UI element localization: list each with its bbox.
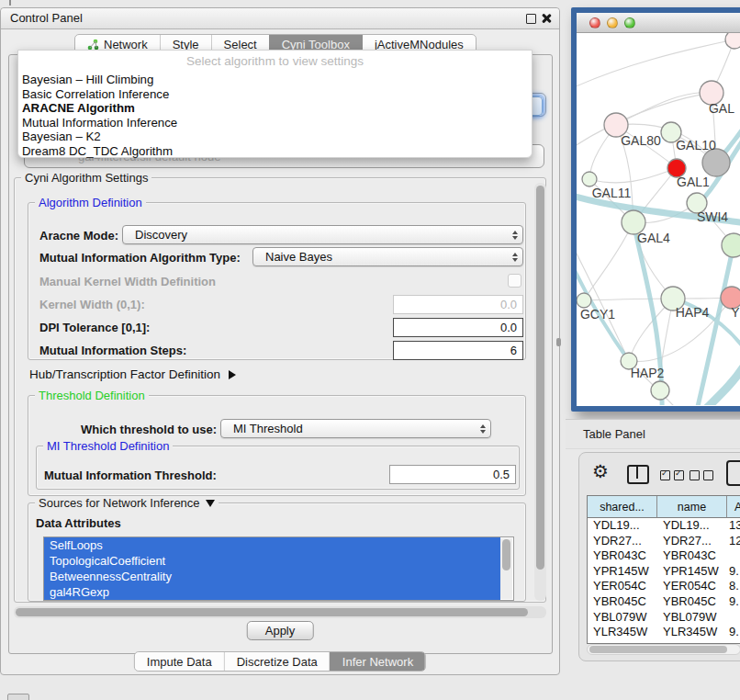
algorithm-option-bayesian-hill-climbing[interactable]: Bayesian – Hill Climbing — [20, 73, 530, 87]
node-label: GAL10 — [676, 138, 716, 152]
tab-label: Impute Data — [147, 655, 212, 669]
close-icon[interactable] — [541, 13, 552, 24]
mi-steps-label: Mutual Information Steps: — [39, 344, 186, 357]
dpi-tolerance-input[interactable]: 0.0 — [393, 318, 523, 337]
network-node[interactable] — [722, 233, 740, 257]
settings-horizontal-scrollbar[interactable] — [14, 606, 546, 618]
node-label: GCY1 — [580, 307, 615, 322]
collapse-arrow-icon[interactable] — [206, 500, 215, 507]
deselect-all-icon[interactable] — [690, 470, 713, 480]
column-browser-icon[interactable] — [627, 465, 649, 484]
mi-threshold-legend: MI Threshold Definition — [43, 439, 173, 453]
table-cell: YPR145W — [657, 564, 727, 580]
which-threshold-select[interactable]: MI Threshold — [220, 419, 491, 438]
table-horizontal-scrollbar-thumb[interactable] — [589, 646, 727, 653]
algorithm-option-dream8-dc-tdc-algorithm[interactable]: Dream8 DC_TDC Algorithm — [20, 144, 530, 159]
cyni-algorithm-settings-group: Cyni Algorithm Settings Algorithm Defini… — [14, 177, 546, 603]
network-node[interactable] — [651, 381, 669, 400]
table-cell: YBL079W — [588, 610, 657, 626]
data-attribute-item[interactable]: SelfLoops — [44, 537, 500, 553]
algorithm-option-mutual-information-inference[interactable]: Mutual Information Inference — [20, 116, 530, 130]
algorithm-option-basic-correlation-inference[interactable]: Basic Correlation Inference — [20, 87, 530, 102]
minimize-button[interactable] — [607, 17, 618, 28]
network-view-window: GALGAL80GAL10GAL1GAL11SWI4GAL4GCY1HAP4YH… — [577, 13, 740, 406]
network-node[interactable] — [725, 33, 740, 49]
table-row[interactable]: YBR045CYBR045C9. — [588, 594, 740, 610]
data-attributes-list[interactable]: SelfLoopsTopologicalCoefficientBetweenne… — [43, 536, 514, 601]
column-header-a[interactable]: A — [727, 496, 740, 518]
data-attribute-item[interactable]: gal4RGexp — [44, 584, 500, 600]
table-panel-title: Table Panel — [583, 420, 645, 449]
node-label: HAP2 — [631, 366, 665, 380]
table-options-icon[interactable] — [726, 460, 740, 486]
app-root: Control Panel NetworkStyleSelectCyni Too… — [0, 0, 740, 700]
table-row[interactable]: YPR145WYPR145W9. — [588, 564, 740, 580]
node-label: SWI4 — [697, 209, 728, 224]
node-label: HAP4 — [676, 305, 710, 320]
table-cell: 9. — [727, 564, 740, 580]
settings-vertical-scrollbar[interactable] — [534, 183, 546, 601]
hub-definition-label: Hub/Transcription Factor Definition — [29, 367, 220, 381]
sources-legend: Sources for Network Inference — [35, 496, 219, 510]
table-row[interactable]: YDR27...YDR27...12 — [588, 534, 740, 549]
aracne-mode-select[interactable]: Discovery — [122, 225, 523, 244]
settings-vertical-scrollbar-thumb[interactable] — [536, 186, 544, 570]
window-edge-artifact — [9, 0, 11, 6]
tab-impute-data[interactable]: Impute Data — [135, 652, 224, 671]
table-row[interactable]: YER054CYER054C8. — [588, 579, 740, 594]
table-row[interactable]: YLR345WYLR345W9. — [588, 625, 740, 640]
apply-button[interactable]: Apply — [247, 621, 314, 640]
list-scrollbar[interactable] — [500, 538, 512, 599]
panel-splitter-handle[interactable] — [556, 338, 561, 346]
node-table[interactable]: shared...nameA YDL19...YDL19...13YDR27..… — [587, 495, 740, 644]
table-cell: YLR345W — [657, 625, 727, 640]
data-attributes-label: Data Attributes — [36, 516, 121, 530]
network-node[interactable] — [702, 149, 730, 176]
combo-arrows-icon — [512, 226, 518, 243]
table-cell: 8. — [727, 579, 740, 594]
cyni-settings-legend: Cyni Algorithm Settings — [21, 171, 151, 185]
expand-arrow-icon[interactable] — [229, 370, 236, 379]
table-row[interactable]: YBL079WYBL079W — [588, 610, 740, 626]
tab-label: Discretize Data — [237, 655, 318, 669]
table-cell: YBR045C — [588, 594, 657, 610]
zoom-button[interactable] — [624, 17, 635, 28]
column-header-name[interactable]: name — [657, 496, 727, 518]
close-button[interactable] — [589, 17, 600, 28]
tab-infer-network[interactable]: Infer Network — [330, 652, 425, 671]
network-icon — [87, 39, 99, 51]
table-horizontal-scrollbar[interactable] — [587, 644, 740, 655]
select-all-icon[interactable] — [660, 470, 684, 480]
gear-icon[interactable]: ⚙ — [592, 462, 609, 480]
table-cell: YDR27... — [588, 534, 657, 549]
list-scrollbar-thumb[interactable] — [502, 539, 510, 570]
table-row[interactable]: YDL19...YDL19...13 — [588, 518, 740, 534]
data-attribute-item[interactable]: BetweennessCentrality — [44, 569, 500, 584]
settings-horizontal-scrollbar-thumb[interactable] — [16, 608, 528, 616]
table-cell: 12 — [727, 534, 740, 549]
tab-discretize-data[interactable]: Discretize Data — [224, 652, 330, 671]
which-threshold-label: Which threshold to use: — [81, 423, 217, 436]
data-attribute-item[interactable]: TopologicalCoefficient — [44, 553, 500, 569]
mi-threshold-input[interactable]: 0.5 — [389, 465, 516, 484]
table-cell: YER054C — [657, 579, 727, 594]
table-cell — [727, 610, 740, 626]
hub-definition-row[interactable]: Hub/Transcription Factor Definition — [29, 367, 236, 381]
algorithm-option-bayesian-k2[interactable]: Bayesian – K2 — [20, 130, 530, 144]
network-node-gal11[interactable] — [582, 172, 597, 186]
control-panel-window: Control Panel NetworkStyleSelectCyni Too… — [0, 7, 560, 675]
network-node-gcy1[interactable] — [577, 293, 591, 308]
kernel-width-input[interactable]: 0.0 — [393, 295, 523, 314]
network-canvas[interactable]: GALGAL80GAL10GAL1GAL11SWI4GAL4GCY1HAP4YH… — [577, 33, 740, 405]
table-cell: YPR145W — [588, 564, 657, 580]
manual-kernel-width-checkbox[interactable] — [508, 274, 521, 288]
threshold-definition-legend: Threshold Definition — [35, 389, 149, 402]
node-label: GAL4 — [637, 231, 670, 245]
algorithm-option-aracne-algorithm[interactable]: ARACNE Algorithm — [20, 101, 530, 116]
mi-algorithm-type-select[interactable]: Naive Bayes — [252, 247, 523, 266]
table-cell: YBR043C — [588, 548, 657, 564]
float-window-icon[interactable] — [526, 14, 536, 24]
column-header-shared[interactable]: shared... — [588, 496, 657, 518]
mi-steps-input[interactable]: 6 — [393, 341, 523, 360]
table-row[interactable]: YBR043CYBR043C — [588, 548, 740, 564]
